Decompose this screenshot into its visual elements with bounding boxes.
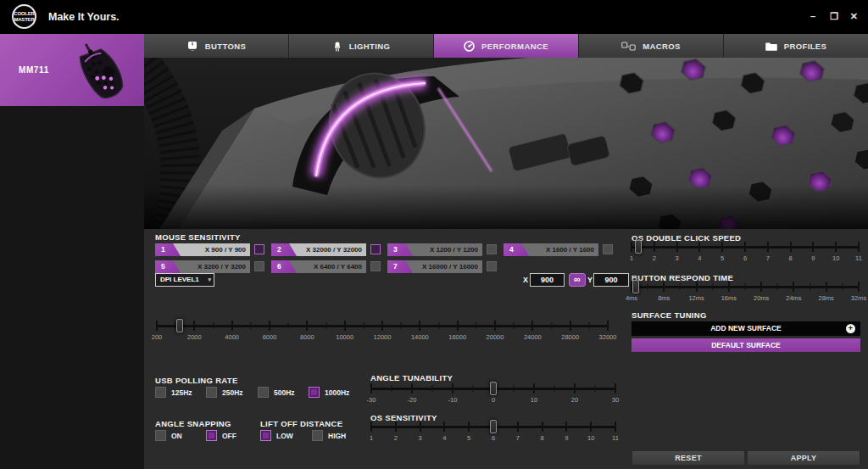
slider-tick bbox=[533, 383, 535, 394]
slider-tick bbox=[631, 242, 632, 252]
link-xy-toggle[interactable]: ∞ bbox=[569, 273, 586, 287]
tab-lighting[interactable]: LIGHTING bbox=[289, 34, 434, 58]
slider-tick-label: 2000 bbox=[187, 333, 202, 341]
slider-handle[interactable] bbox=[490, 382, 497, 395]
slider-minor-tick bbox=[514, 322, 515, 329]
slider-tick bbox=[663, 282, 665, 292]
lift-off-high[interactable]: HIGH bbox=[312, 430, 346, 441]
polling-option-125hz[interactable]: 125Hz bbox=[155, 387, 192, 398]
polling-option-1000hz[interactable]: 1000Hz bbox=[309, 387, 349, 398]
minimize-button[interactable]: – bbox=[810, 10, 815, 22]
slider-tick bbox=[790, 242, 792, 252]
dpi-level-number: 2 bbox=[271, 243, 297, 256]
dpi-level-checkbox[interactable] bbox=[370, 244, 381, 254]
checkbox-icon[interactable] bbox=[258, 387, 269, 398]
checkbox-icon[interactable] bbox=[206, 387, 217, 398]
angle-tunability-slider[interactable]: -30-20-100102030 bbox=[371, 382, 615, 407]
dpi-level-checkbox[interactable] bbox=[487, 244, 497, 254]
maximize-button[interactable]: ❐ bbox=[830, 10, 838, 22]
add-new-surface-button[interactable]: ADD NEW SURFACE + bbox=[632, 321, 860, 336]
tab-buttons[interactable]: BUTTONS bbox=[144, 34, 289, 58]
slider-minor-tick bbox=[392, 385, 392, 392]
slider-handle[interactable] bbox=[632, 280, 639, 293]
link-icon: ∞ bbox=[574, 274, 581, 284]
dpi-level-value: X 1200 / Y 1200 bbox=[413, 243, 482, 256]
dpi-level-dropdown-value: DPI LEVEL1 bbox=[160, 276, 199, 283]
close-button[interactable]: ✕ bbox=[850, 10, 858, 22]
option-label: 500Hz bbox=[274, 388, 295, 397]
device-thumbnail-mouse-icon bbox=[66, 38, 137, 103]
reset-button[interactable]: RESET bbox=[632, 450, 745, 466]
dpi-level-number: 1 bbox=[155, 243, 181, 256]
device-tile-mm711[interactable]: MM711 bbox=[0, 34, 144, 106]
slider-tick bbox=[269, 321, 270, 331]
dpi-level-checkbox[interactable] bbox=[370, 261, 381, 271]
slider-tick-label: 10 bbox=[587, 434, 594, 442]
slider-handle[interactable] bbox=[176, 319, 183, 332]
polling-option-250hz[interactable]: 250Hz bbox=[206, 387, 243, 398]
dpi-y-input[interactable] bbox=[593, 273, 629, 287]
dpi-level-checkbox[interactable] bbox=[603, 244, 613, 254]
dpi-x-input[interactable] bbox=[530, 273, 565, 287]
polling-option-500hz[interactable]: 500Hz bbox=[258, 387, 295, 398]
tab-label: PROFILES bbox=[784, 42, 827, 51]
dpi-level-6[interactable]: 6X 6400 / Y 6400 bbox=[271, 260, 382, 273]
checkbox-icon[interactable] bbox=[312, 430, 323, 441]
slider-minor-tick bbox=[551, 322, 552, 329]
slider-handle[interactable] bbox=[490, 420, 497, 433]
checkbox-checked-icon[interactable] bbox=[206, 430, 217, 441]
slider-tick-label: 8 bbox=[541, 434, 544, 442]
slider-tick bbox=[835, 242, 837, 252]
slider-minor-tick bbox=[680, 283, 681, 290]
checkbox-checked-icon[interactable] bbox=[260, 430, 271, 441]
slider-tick-label: 24000 bbox=[524, 333, 542, 341]
slider-tick-label: 11 bbox=[855, 254, 862, 262]
dpi-level-1[interactable]: 1X 900 / Y 900 bbox=[155, 243, 266, 256]
slider-minor-tick bbox=[363, 322, 364, 329]
tab-profiles[interactable]: PROFILES bbox=[724, 34, 868, 58]
dpi-level-value: X 16000 / Y 16000 bbox=[413, 260, 482, 273]
checkbox-icon[interactable] bbox=[155, 430, 166, 441]
logo-text-top: COOLER bbox=[14, 11, 34, 17]
dpi-level-checkbox[interactable] bbox=[254, 244, 264, 254]
button-respond-time-slider[interactable]: 4ms8ms12ms16ms20ms24ms28ms32ms bbox=[632, 280, 859, 305]
dpi-level-checkbox[interactable] bbox=[254, 261, 264, 271]
option-label: LOW bbox=[276, 432, 293, 440]
apply-button[interactable]: APPLY bbox=[747, 450, 860, 466]
dpi-level-checkbox[interactable] bbox=[487, 261, 497, 271]
option-label: 250Hz bbox=[222, 388, 243, 397]
tab-performance[interactable]: PERFORMANCE bbox=[434, 34, 579, 58]
dpi-level-7[interactable]: 7X 16000 / Y 16000 bbox=[387, 260, 498, 273]
os-double-click-speed-slider[interactable]: 1234567891011 bbox=[632, 240, 859, 265]
slider-tick-label: 20ms bbox=[754, 294, 769, 302]
dpi-level-5[interactable]: 5X 3200 / Y 3200 bbox=[155, 260, 266, 273]
slider-tick-label: 28ms bbox=[819, 294, 834, 302]
slider-tick-label: 6 bbox=[492, 434, 495, 442]
dpi-level-3[interactable]: 3X 1200 / Y 1200 bbox=[387, 243, 498, 256]
dpi-level-4[interactable]: 4X 1600 / Y 1600 bbox=[504, 243, 615, 256]
slider-tick-label: 2 bbox=[653, 254, 656, 262]
add-new-surface-label: ADD NEW SURFACE bbox=[710, 324, 782, 332]
slider-tick-label: 20 bbox=[571, 396, 578, 404]
angle-snapping-off[interactable]: OFF bbox=[206, 430, 236, 441]
slider-handle[interactable] bbox=[635, 240, 642, 254]
lift-off-low[interactable]: LOW bbox=[260, 430, 293, 441]
macro-keys-icon bbox=[621, 42, 636, 51]
dpi-level-dropdown[interactable]: DPI LEVEL1 ▾ bbox=[155, 273, 214, 287]
option-label: HIGH bbox=[328, 432, 346, 440]
dpi-slider[interactable]: 2002000400060008000100001200014000160002… bbox=[157, 319, 608, 344]
tab-macros[interactable]: MACROS bbox=[579, 34, 724, 58]
slider-tick-label: -10 bbox=[448, 396, 458, 404]
dpi-level-2[interactable]: 2X 32000 / Y 32000 bbox=[271, 243, 382, 256]
slider-tick-label: 5 bbox=[721, 254, 724, 262]
dpi-level-value: X 6400 / Y 6400 bbox=[297, 260, 366, 273]
angle-snapping-title: ANGLE SNAPPING bbox=[155, 419, 231, 428]
slider-tick bbox=[793, 282, 794, 292]
angle-snapping-on[interactable]: ON bbox=[155, 430, 182, 441]
led-icon bbox=[332, 41, 342, 52]
default-surface-button[interactable]: DEFAULT SURFACE bbox=[632, 338, 860, 352]
checkbox-checked-icon[interactable] bbox=[309, 387, 320, 398]
slider-tick-label: 32ms bbox=[851, 294, 866, 302]
os-sensitivity-slider[interactable]: 1234567891011 bbox=[371, 420, 615, 445]
checkbox-icon[interactable] bbox=[155, 387, 166, 398]
